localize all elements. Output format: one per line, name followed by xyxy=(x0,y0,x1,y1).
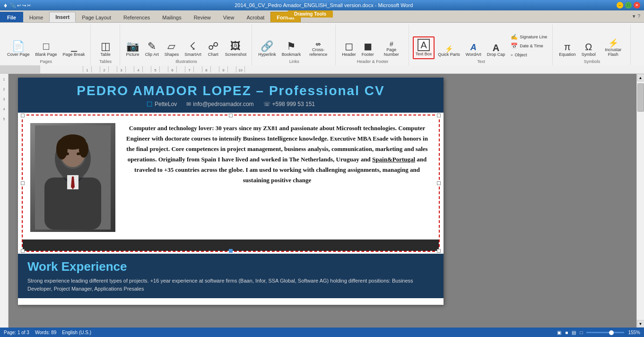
blank-page-button[interactable]: □ Blank Page xyxy=(33,39,60,59)
ruler: 1 2 3 4 5 6 7 8 9 10 xyxy=(0,65,644,74)
ruler-content: 1 2 3 4 5 6 7 8 9 10 xyxy=(83,66,253,72)
header-button[interactable]: ◻ Header xyxy=(339,39,358,59)
smartart-icon: ☇ xyxy=(190,41,196,52)
zoom-level: 155% xyxy=(628,330,640,335)
view-web-icon[interactable]: □ xyxy=(580,330,583,335)
close-button[interactable]: ✕ xyxy=(634,2,640,9)
header-footer-group-label: Header & Footer xyxy=(357,59,389,65)
email-info: ✉ info@pedroamador.com xyxy=(186,100,253,108)
text-group-small-buttons: ✍ Signature Line 📅 Date & Time ▫ Object xyxy=(508,33,549,59)
bookmark-button[interactable]: ⚑ Bookmark xyxy=(279,39,304,59)
signature-line-icon: ✍ xyxy=(511,34,518,40)
handle-top-right[interactable] xyxy=(437,114,441,117)
screenshot-icon: 🖼 xyxy=(230,41,241,52)
tab-home[interactable]: Home xyxy=(23,12,49,22)
skype-icon: ☐ xyxy=(147,100,153,108)
tab-mailings[interactable]: Mailings xyxy=(156,12,187,22)
smartart-button[interactable]: ☇ SmartArt xyxy=(182,39,204,59)
spain-portugal-underline: Spain&Portugal xyxy=(372,156,415,163)
page-number-button[interactable]: # Page Number xyxy=(377,39,406,59)
skype-info: ☐ PetteLov xyxy=(147,100,177,108)
tab-page-layout[interactable]: Page Layout xyxy=(76,12,117,22)
drop-cap-button[interactable]: A Drop Cap xyxy=(485,42,508,59)
page-break-button[interactable]: ⎯ Page Break xyxy=(61,39,87,59)
scroll-up-button[interactable]: ▲ xyxy=(637,74,644,81)
language-info: English (U.S.) xyxy=(62,330,91,335)
ribbon-group-illustrations: 📷 Picture ✎ Clip Art ▱ Shapes ☇ SmartArt… xyxy=(121,25,252,65)
shapes-button[interactable]: ▱ Shapes xyxy=(162,39,182,59)
tab-file[interactable]: File xyxy=(0,12,23,22)
chart-button[interactable]: ☍ Chart xyxy=(205,39,222,59)
status-left: Page: 1 of 3 Words: 89 English (U.S.) xyxy=(4,330,91,335)
handle-bot-left[interactable] xyxy=(21,249,25,253)
view-normal-icon[interactable]: ▣ xyxy=(557,330,561,335)
status-right: ▣ ■ ▤ □ 155% xyxy=(557,330,640,335)
links-group-label: Links xyxy=(289,59,299,65)
handle-mid-right[interactable] xyxy=(437,181,441,185)
quick-parts-button[interactable]: ⚡ Quick Parts xyxy=(435,44,462,59)
maximize-button[interactable]: □ xyxy=(625,2,632,9)
ribbon-group-symbols: π Equation Ω Symbol ⚡ Incrustar Flash Sy… xyxy=(554,25,631,65)
equation-button[interactable]: π Equation xyxy=(557,40,578,59)
page-info: Page: 1 of 3 xyxy=(4,330,29,335)
signature-line-button[interactable]: ✍ Signature Line xyxy=(508,33,549,41)
incrustar-flash-icon: ⚡ xyxy=(608,39,618,47)
bookmark-icon: ⚑ xyxy=(287,41,296,52)
table-icon: ◫ xyxy=(101,41,111,52)
zoom-slider[interactable] xyxy=(586,332,624,333)
handle-top-center[interactable] xyxy=(229,114,233,117)
tab-view[interactable]: View xyxy=(217,12,241,22)
ribbon-group-links: 🔗 Hyperlink ⚑ Bookmark ⇎ Cross-reference… xyxy=(253,25,336,65)
footer-icon: ◼ xyxy=(364,41,372,52)
help-button[interactable]: ▼ ? xyxy=(628,14,644,19)
symbols-group-label: Symbols xyxy=(584,59,600,65)
symbol-button[interactable]: Ω Symbol xyxy=(579,40,598,59)
picture-icon: 📷 xyxy=(126,41,139,52)
footer-button[interactable]: ◼ Footer xyxy=(359,39,376,59)
ribbon-group-header-footer: ◻ Header ◼ Footer # Page Number Header &… xyxy=(337,25,409,65)
profile-section: Computer and technology lover: 30 years … xyxy=(23,115,439,239)
equation-icon: π xyxy=(564,42,571,52)
blank-page-icon: □ xyxy=(43,41,49,52)
handle-bot-center[interactable] xyxy=(229,249,233,253)
tab-acrobat[interactable]: Acrobat xyxy=(240,12,270,22)
profile-text: Computer and technology lover: 30 years … xyxy=(123,123,431,232)
hyperlink-icon: 🔗 xyxy=(261,41,273,52)
date-time-button[interactable]: 📅 Date & Time xyxy=(508,42,549,50)
cross-reference-button[interactable]: ⇎ Cross-reference xyxy=(304,39,332,59)
scroll-thumb[interactable] xyxy=(637,83,644,112)
text-box-button[interactable]: A Text Box xyxy=(413,36,435,59)
screenshot-button[interactable]: 🖼 Screenshot xyxy=(223,39,249,59)
tab-review[interactable]: Review xyxy=(188,12,217,22)
selected-textbox[interactable]: Computer and technology lover: 30 years … xyxy=(22,115,440,252)
cross-reference-icon: ⇎ xyxy=(315,41,321,47)
wordart-button[interactable]: A WordArt xyxy=(463,41,484,59)
cover-page-button[interactable]: 📄 Cover Page xyxy=(5,39,32,59)
profile-photo xyxy=(30,123,115,232)
window-title: 2014_06_CV_Pedro Amador_ENGLISH_Small ve… xyxy=(31,2,617,8)
phone-info: ☏ +598 999 53 151 xyxy=(263,100,315,108)
tab-references[interactable]: References xyxy=(117,12,156,22)
handle-mid-left[interactable] xyxy=(21,181,25,185)
svg-point-6 xyxy=(56,139,68,160)
vertical-scrollbar[interactable]: ▲ ▼ xyxy=(636,74,644,328)
view-reading-icon[interactable]: ■ xyxy=(565,330,568,335)
quick-parts-icon: ⚡ xyxy=(445,45,453,52)
object-button[interactable]: ▫ Object xyxy=(508,51,549,59)
handle-top-left[interactable] xyxy=(21,114,25,117)
view-print-icon[interactable]: ▤ xyxy=(572,330,576,335)
hyperlink-button[interactable]: 🔗 Hyperlink xyxy=(256,39,278,59)
picture-button[interactable]: 📷 Picture xyxy=(124,39,142,59)
tab-insert[interactable]: Insert xyxy=(49,12,76,22)
cv-header: PEDRO AMADOR LOPEZ – Professional CV ☐ P… xyxy=(18,78,444,113)
clip-art-button[interactable]: ✎ Clip Art xyxy=(143,39,161,59)
table-button[interactable]: ◫ Table xyxy=(97,39,114,59)
clip-art-icon: ✎ xyxy=(148,41,156,52)
scroll-down-button[interactable]: ▼ xyxy=(637,320,644,328)
zoom-thumb[interactable] xyxy=(609,330,614,335)
incrustar-flash-button[interactable]: ⚡ Incrustar Flash xyxy=(599,37,627,59)
minimize-button[interactable]: – xyxy=(617,2,623,9)
page-scroll-area[interactable]: PEDRO AMADOR LOPEZ – Professional CV ☐ P… xyxy=(9,74,644,328)
drawing-tools-label: Drawing Tools xyxy=(287,10,333,18)
handle-bot-right[interactable] xyxy=(437,249,441,253)
